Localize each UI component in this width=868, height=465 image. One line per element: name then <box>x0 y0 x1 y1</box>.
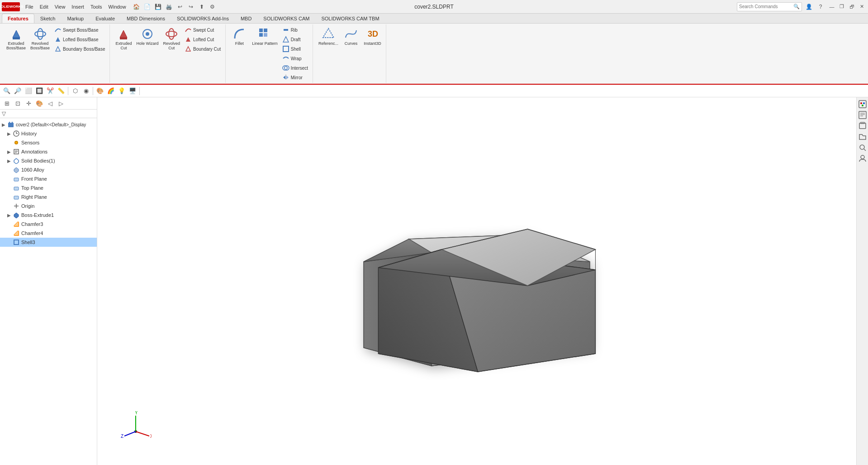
user-icon[interactable]: 👤 <box>804 2 814 12</box>
maximize-button[interactable]: ❐ <box>837 2 846 11</box>
tree-item-history[interactable]: ▶ History <box>0 129 97 138</box>
tree-item-sensors[interactable]: ▶ Sensors <box>0 138 97 147</box>
search-input[interactable] <box>739 4 793 9</box>
wrap-button[interactable]: Wrap <box>280 54 310 63</box>
tab-sketch[interactable]: Sketch <box>34 14 62 23</box>
hide-show-icon[interactable]: ◉ <box>81 86 91 96</box>
lights-icon[interactable]: 🌈 <box>106 86 116 96</box>
instant3d-button[interactable]: 3D Instant3D <box>362 25 383 47</box>
3d-viewport[interactable]: X Y Z <box>97 97 856 465</box>
redo-icon[interactable]: ↪ <box>186 2 196 12</box>
rib-button[interactable]: Rib <box>280 25 310 34</box>
view-fit-icon[interactable]: 🔲 <box>34 86 44 96</box>
tab-mbd-dimensions[interactable]: MBD Dimensions <box>121 14 171 23</box>
tree-item-right-plane[interactable]: ▶ Right Plane <box>0 192 97 201</box>
menu-edit[interactable]: Edit <box>37 3 51 10</box>
sidebar-dim-xpert-icon[interactable]: 🎨 <box>34 98 44 108</box>
sidebar-config-manager-icon[interactable]: ✛ <box>24 98 33 108</box>
boundary-cut-button[interactable]: Boundary Cut <box>183 44 223 53</box>
view-zoom-icon[interactable]: 🔎 <box>13 86 23 96</box>
save-icon[interactable]: 💾 <box>153 2 163 12</box>
menu-view[interactable]: View <box>52 3 68 10</box>
menu-insert[interactable]: Insert <box>69 3 87 10</box>
restore-button[interactable]: 🗗 <box>847 2 856 11</box>
tab-solidworks-cam-tbm[interactable]: SOLIDWORKS CAM TBM <box>315 14 385 23</box>
curves-button[interactable]: Curves <box>341 25 361 47</box>
tab-features[interactable]: Features <box>2 14 34 23</box>
reference-geometry-button[interactable]: Referenc... <box>317 25 340 47</box>
new-icon[interactable]: 🏠 <box>132 2 142 12</box>
lofted-boss-button[interactable]: Lofted Boss/Base <box>52 35 107 44</box>
linear-pattern-button[interactable]: Linear Pattern <box>250 25 280 47</box>
tree-item-front-plane[interactable]: ▶ Front Plane <box>0 174 97 183</box>
rp-file-explorer-icon[interactable] <box>858 132 868 142</box>
options-icon[interactable]: ⚙ <box>208 2 218 12</box>
intersect-button[interactable]: Intersect <box>280 63 310 72</box>
draft-button[interactable]: Draft <box>280 35 310 44</box>
material-icon <box>13 166 20 173</box>
view-section-icon[interactable]: ✂️ <box>45 86 55 96</box>
tree-item-shell3[interactable]: ▶ Shell3 <box>0 238 97 247</box>
tab-solidworks-cam[interactable]: SOLIDWORKS CAM <box>257 14 315 23</box>
rp-design-library-icon[interactable] <box>858 121 868 131</box>
tab-mbd[interactable]: MBD <box>235 14 257 23</box>
extruded-cut-button[interactable]: ExtrudedCut <box>114 25 133 52</box>
display-style-icon[interactable]: ⬡ <box>70 86 80 96</box>
search-box[interactable]: 🔍 <box>737 2 802 11</box>
fillet-button[interactable]: Fillet <box>229 25 249 47</box>
tree-item-cover2[interactable]: ▶ cover2 (Default<<Default>_Display <box>0 120 97 129</box>
sidebar-collapse-icon[interactable]: ▷ <box>56 98 66 108</box>
mirror-button[interactable]: Mirror <box>280 73 310 82</box>
view-pan-icon[interactable]: ⬜ <box>24 86 33 96</box>
select-icon[interactable]: ⬆ <box>197 2 207 12</box>
sidebar-display-manager-icon[interactable]: ◁ <box>45 98 55 108</box>
hole-wizard-button[interactable]: Hole Wizard <box>134 25 160 47</box>
view-rotate-icon[interactable]: 🔍 <box>2 86 12 96</box>
tree-item-solid-bodies[interactable]: ▶ Solid Bodies(1) <box>0 156 97 165</box>
cut-group-items: ExtrudedCut Hole Wizard RevolvedCut <box>114 25 223 82</box>
swept-cut-button[interactable]: Swept Cut <box>183 25 223 34</box>
tab-solidworks-addins[interactable]: SOLIDWORKS Add-Ins <box>171 14 235 23</box>
close-button[interactable]: ✕ <box>857 2 866 11</box>
tree-item-top-plane[interactable]: ▶ Top Plane <box>0 183 97 192</box>
shell-button[interactable]: Shell <box>280 44 310 53</box>
sidebar-feature-manager-icon[interactable]: ⊞ <box>2 98 12 108</box>
rp-view-palette-icon[interactable] <box>858 99 868 109</box>
tree-item-1060-alloy[interactable]: ▶ 1060 Alloy <box>0 165 97 174</box>
tree-item-chamfer4[interactable]: ▶ Chamfer4 <box>0 229 97 238</box>
swept-boss-button[interactable]: Swept Boss/Base <box>52 25 107 34</box>
rp-task-pane-icon[interactable] <box>858 110 868 120</box>
ribbon-group-cut: ExtrudedCut Hole Wizard RevolvedCut <box>111 24 226 83</box>
revolved-boss-button[interactable]: RevolvedBoss/Base <box>28 25 52 52</box>
tree-item-chamfer3[interactable]: ▶ Chamfer3 <box>0 220 97 229</box>
menu-window[interactable]: Window <box>106 3 129 10</box>
sidebar-property-manager-icon[interactable]: ⊡ <box>13 98 23 108</box>
print-icon[interactable]: 🖨️ <box>164 2 174 12</box>
view-measure-icon[interactable]: 📏 <box>56 86 66 96</box>
rp-collaborator-icon[interactable] <box>858 153 868 163</box>
tree-item-annotations[interactable]: ▶ Annotations <box>0 147 97 156</box>
appearances-icon[interactable]: 🎨 <box>95 86 105 96</box>
minimize-button[interactable]: — <box>827 2 836 11</box>
menu-tools[interactable]: Tools <box>88 3 105 10</box>
tree-item-origin[interactable]: ▶ Origin <box>0 201 97 211</box>
rp-search-icon[interactable] <box>858 143 868 153</box>
extruded-boss-button[interactable]: ExtrudedBoss/Base <box>5 25 28 52</box>
menu-file[interactable]: File <box>23 3 36 10</box>
tree-item-boss-extrude1[interactable]: ▶ Boss-Extrude1 <box>0 211 97 220</box>
lofted-cut-button[interactable]: Lofted Cut <box>183 35 223 44</box>
tab-evaluate[interactable]: Evaluate <box>90 14 121 23</box>
realview-icon[interactable]: 🖥️ <box>128 86 138 96</box>
help-icon[interactable]: ? <box>816 2 825 12</box>
feature-tree[interactable]: ▶ cover2 (Default<<Default>_Display ▶ Hi… <box>0 118 97 465</box>
tab-markup[interactable]: Markup <box>62 14 90 23</box>
revolved-cut-button[interactable]: RevolvedCut <box>161 25 182 52</box>
z-axis <box>124 431 136 436</box>
scene-icon[interactable]: 💡 <box>117 86 127 96</box>
open-icon[interactable]: 📄 <box>142 2 152 12</box>
boundary-boss-button[interactable]: Boundary Boss/Base <box>52 44 107 53</box>
revolved-cut-label: RevolvedCut <box>163 41 180 50</box>
tree-label-chamfer3: Chamfer3 <box>21 221 43 227</box>
undo-icon[interactable]: ↩ <box>175 2 185 12</box>
tree-label-cover2: cover2 (Default<<Default>_Display <box>16 122 86 127</box>
